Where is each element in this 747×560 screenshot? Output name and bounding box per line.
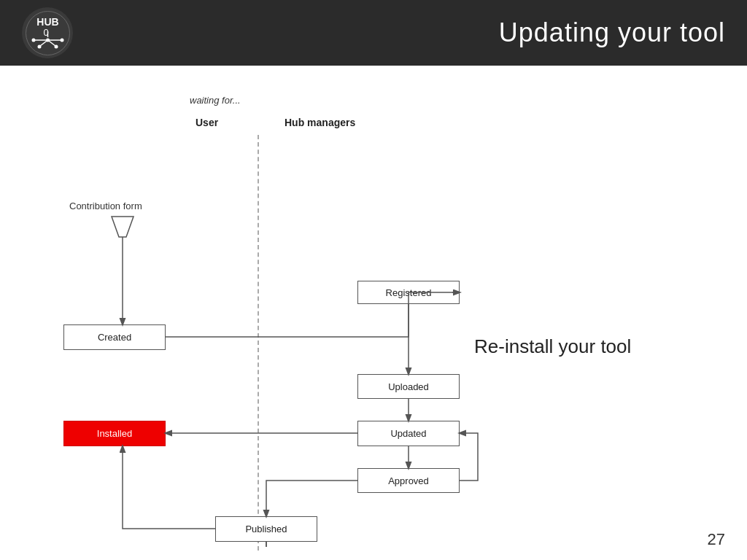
logo: HUB 0 [22,7,73,58]
state-installed: Installed [63,421,166,446]
header: HUB 0 Updating your tool [0,0,747,66]
state-created: Created [63,324,166,350]
svg-point-8 [54,44,58,48]
svg-point-10 [31,38,35,42]
col-header-user: User [196,117,218,128]
main-content: waiting for... User Hub managers Contrib… [0,66,747,560]
page-title: Updating your tool [499,18,725,48]
contribution-form-label: Contribution form [69,201,142,211]
state-registered: Registered [357,281,460,304]
svg-point-6 [37,44,41,48]
svg-text:HUB: HUB [36,16,58,28]
waiting-label: waiting for... [190,95,241,106]
funnel-icon [108,215,137,244]
state-uploaded: Uploaded [357,374,460,399]
reinstall-label: Re-install your tool [474,335,631,358]
state-updated: Updated [357,421,460,446]
state-published: Published [215,516,317,542]
svg-marker-13 [112,217,133,237]
svg-point-12 [60,38,63,42]
state-approved: Approved [357,468,460,493]
column-divider [258,135,259,551]
diagram: waiting for... User Hub managers Contrib… [29,95,503,547]
col-header-hub: Hub managers [285,117,355,128]
page-number: 27 [708,530,725,549]
